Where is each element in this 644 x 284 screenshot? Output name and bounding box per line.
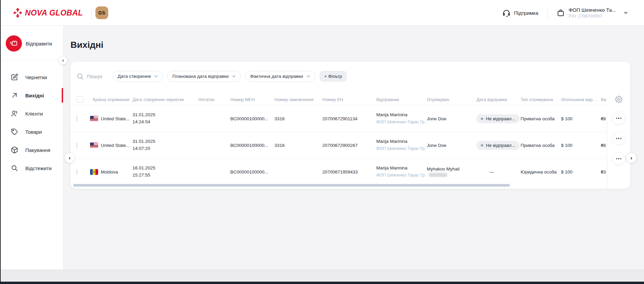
sidebar-item-label: Пакування [25,147,50,153]
filter-label: Дата створення [118,74,151,79]
en-number-cell: 20700672900267 [322,143,376,148]
us-flag-icon [90,143,98,148]
scroll-right-button[interactable]: › [626,153,637,163]
gs-partner-badge[interactable]: GS [95,6,108,19]
select-all-checkbox[interactable] [77,96,83,103]
add-filter-button[interactable]: + Фільтр [320,71,347,82]
table-header: Країна отримання Дата створення чернетки… [70,94,630,105]
row-menu-button[interactable] [612,112,625,125]
col-en-number[interactable]: Номер ЕН [322,94,376,105]
receiver-cell: Jone Doe [427,143,476,148]
ship-date-cell: Не відправл... [476,114,521,123]
filter-date-created[interactable]: Дата створення [113,71,163,82]
receiver-type-cell: Юридична особа [521,169,561,175]
col-declared-value[interactable]: Оголошена вар… [561,94,601,105]
declared-value-cell: $ 100 [561,116,601,121]
country-name: United State... [101,143,130,148]
status-text: Не відправл... [486,143,515,148]
row-menu-button[interactable] [612,132,625,145]
search-box[interactable] [77,73,108,80]
app-root: NOVA GLOBAL GS Підтримка [0,0,644,284]
scroll-left-button[interactable]: ‹ [64,153,75,163]
search-icon [77,73,84,80]
sidebar-item-clients[interactable]: Клієнти [1,104,63,123]
status-text: Не відправл... [486,116,515,121]
draft-date-cell: 16.01.2025 15:27:55 [133,165,198,179]
account-menu[interactable]: ФОП Шевченко Та... ІПН: 2788700000 [556,7,628,19]
col-notes[interactable]: Нотатки [198,94,230,105]
account-tax-id: ІПН: 2788700000 [569,14,616,19]
col-country[interactable]: Країна отримання [90,94,133,105]
row-menu-button[interactable] [612,152,625,165]
column-settings[interactable] [607,94,630,105]
table-row[interactable]: United State... 31.01.2025 14:24:54 BC00… [70,105,630,132]
actions-column [607,94,630,185]
order-number-cell: 3316 [274,143,322,148]
sender-company-link[interactable]: ФОП Шевченко Тарас Гр... [376,119,424,125]
chevron-down-icon [306,74,311,78]
col-order-number[interactable]: Номер замовлення [274,94,322,105]
search-icon [11,164,18,172]
us-flag-icon [90,116,98,122]
sidebar-item-label: Клієнти [25,111,43,117]
sidebar-item-outgoing[interactable]: Вихідні [1,86,63,104]
arrow-up-right-icon [11,92,18,99]
account-name: ФОП Шевченко Та... [569,7,616,13]
sidebar-item-drafts[interactable]: Чернетки [1,68,63,86]
row-checkbox[interactable] [77,169,77,175]
account-text: ФОП Шевченко Та... ІПН: 2788700000 [569,7,616,19]
col-ship-date[interactable]: Дата відправки [476,94,521,105]
sidebar-item-goods[interactable]: Товари [1,123,63,141]
sender-cell: Marija Marinina ФОП Шевченко Тарас Гр... [376,138,427,152]
sender-cell: Marija Marinina ФОП Шевченко Тарас Гр... [376,112,427,125]
parcel-send-icon [9,39,18,48]
draft-time: 14:07:20 [133,145,196,152]
table-row[interactable]: Moldova 16.01.2025 15:27:55 BC0000010000… [70,158,630,185]
chevron-down-icon [232,74,236,78]
table-row[interactable]: United State... 31.01.2025 14:07:20 BC00… [70,132,630,158]
col-draft-date[interactable]: Дата створення чернетки [133,94,198,105]
row-checkbox[interactable] [77,143,77,148]
chevron-down-icon [154,74,158,78]
horizontal-scrollbar[interactable] [73,184,510,187]
sender-company-link[interactable]: ФОП Шевченко Тарас Гр... [376,172,424,179]
support-button[interactable]: Підтримка [502,8,538,17]
draft-time: 15:27:55 [133,172,196,179]
row-checkbox[interactable] [77,116,77,121]
send-button[interactable]: Відправити [6,35,52,52]
tag-icon [11,128,18,135]
header-divider [91,6,91,19]
status-badge: Не відправл... [476,141,520,150]
sidebar-item-packaging[interactable]: Пакування [1,141,63,159]
draft-date-cell: 31.01.2025 14:24:54 [133,112,198,126]
men-number-cell: BC00000100000... [230,169,274,175]
men-number-cell: BC00000100000... [230,143,274,148]
sender-name: Marija Marinina [376,112,424,119]
en-number-cell: 20700672901134 [322,116,376,121]
filter-label: Планована дата відправки [172,74,229,79]
logo[interactable]: NOVA GLOBAL GS [13,0,108,26]
send-circle[interactable] [6,35,22,52]
men-number-cell: BC00000100000... [230,116,274,121]
filter-bar: Дата створення Планована дата відправки … [77,71,347,82]
country-cell: United State... [90,116,133,122]
filter-planned-date[interactable]: Планована дата відправки [167,71,241,82]
receiver-type-cell: Приватна особа [521,143,561,148]
header-right: Підтримка ФОП Шевченко Та... ІПН: 278870… [502,0,628,26]
sidebar-item-track[interactable]: Відстежити [1,159,63,177]
country-cell: Moldova [90,169,133,175]
col-receiver-type[interactable]: Тип отримувача [521,94,561,105]
support-label: Підтримка [514,10,538,16]
col-men-number[interactable]: Номер МЕН [230,94,274,105]
col-sender[interactable]: Відправник [376,94,427,105]
edit-icon [11,73,18,81]
search-input[interactable] [87,73,108,79]
en-number-cell: 20700671959433 [322,169,376,175]
draft-time: 14:24:54 [133,119,196,126]
col-receiver[interactable]: Отримувач [427,94,476,105]
sender-company-link[interactable]: ФОП Шевченко Тарас Гр... [376,146,424,152]
sidebar-collapse-button[interactable]: ‹ [59,56,67,65]
sidebar-item-label: Товари [25,129,42,135]
row-actions [607,112,630,189]
filter-actual-date[interactable]: Фактична дата відправки [245,71,316,82]
